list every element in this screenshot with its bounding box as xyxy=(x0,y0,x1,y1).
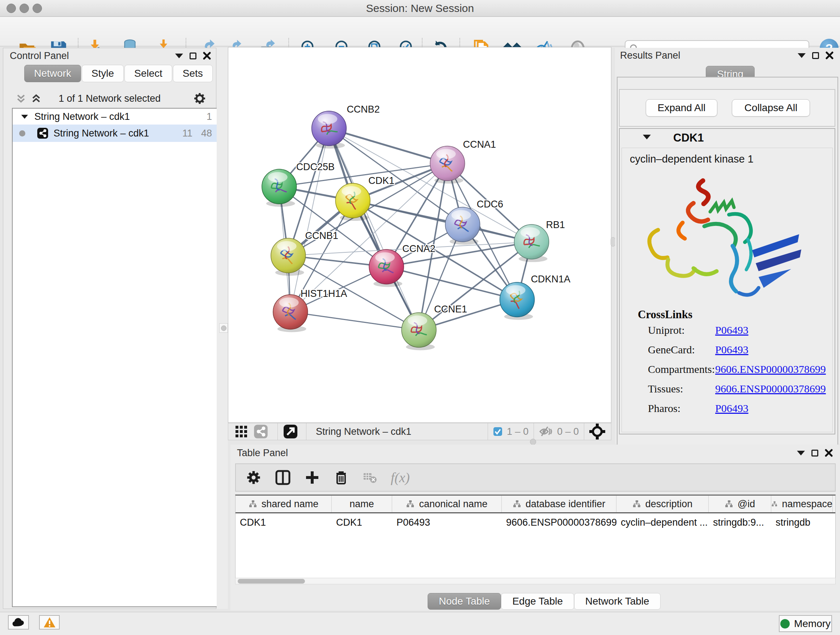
column-mapping-icon xyxy=(632,500,641,508)
crosslink-link[interactable]: 9606.ENSP00000378699 xyxy=(715,363,826,375)
edge-HIST1H1A-CCNE1[interactable] xyxy=(291,312,419,330)
panel-close-icon[interactable] xyxy=(825,449,833,457)
left-splitter-handle[interactable] xyxy=(219,323,228,333)
cell--id[interactable]: stringdb:9... xyxy=(709,515,771,530)
network-options-gear-icon[interactable] xyxy=(193,92,207,105)
tab-sets[interactable]: Sets xyxy=(173,65,213,82)
node-CDC6[interactable] xyxy=(445,207,480,245)
cloud-button[interactable] xyxy=(8,615,29,630)
selected-checkbox-icon[interactable] xyxy=(493,427,502,436)
scrollbar-thumb[interactable] xyxy=(238,579,305,584)
birdseye-toggle-icon[interactable] xyxy=(589,424,605,440)
node-CDC25B[interactable] xyxy=(262,169,297,207)
tab-edge-table[interactable]: Edge Table xyxy=(501,593,574,610)
node-label-HIST1H1A: HIST1H1A xyxy=(301,288,347,299)
crosslink-link[interactable]: P06493 xyxy=(715,402,748,415)
memory-button[interactable]: Memory xyxy=(779,615,832,632)
table-tabs: Node Table Edge Table Network Table xyxy=(428,593,660,610)
crosslink-label: Tissues: xyxy=(648,383,683,395)
table-horizontal-scrollbar[interactable] xyxy=(235,578,836,584)
node-CCNB1[interactable] xyxy=(271,238,306,276)
tab-select[interactable]: Select xyxy=(125,65,172,82)
crosslink-label: Uniprot: xyxy=(648,324,685,336)
panel-collapse-icon[interactable] xyxy=(175,54,183,58)
column-mapping-icon xyxy=(406,500,415,508)
network-selection-status: 1 of 1 Network selected xyxy=(3,93,216,104)
string-network-icon xyxy=(37,127,49,139)
crosslink-row: Pharos:P06493 xyxy=(622,402,832,419)
column-mapping-icon xyxy=(513,500,521,508)
node-CDKN1A[interactable] xyxy=(500,282,535,320)
edge-count: 48 xyxy=(201,128,212,139)
add-column-icon[interactable] xyxy=(305,470,320,485)
panel-close-icon[interactable] xyxy=(203,52,211,60)
left-splitter[interactable] xyxy=(217,48,228,609)
expand-all-button[interactable]: Expand All xyxy=(646,99,717,117)
warning-button[interactable] xyxy=(39,615,60,630)
network-row[interactable]: String Network – cdk1 11 48 xyxy=(13,125,218,142)
network-view-title: String Network – cdk1 xyxy=(316,426,411,437)
horizontal-splitter-handle[interactable] xyxy=(530,439,536,445)
tab-node-table[interactable]: Node Table xyxy=(428,593,501,610)
entry-collapse-icon[interactable] xyxy=(643,135,651,139)
tab-style[interactable]: Style xyxy=(82,65,124,82)
column-header-database-identifier[interactable]: database identifier xyxy=(502,496,616,512)
cell-shared-name[interactable]: CDK1 xyxy=(235,515,332,530)
network-canvas[interactable]: CCNB2CCNA1CDC25BCDK1CDC6RB1CCNB1CCNA2CDK… xyxy=(228,47,611,423)
crosslink-link[interactable]: P06493 xyxy=(715,344,748,356)
cell-canonical-name[interactable]: P06493 xyxy=(392,515,502,530)
open-in-window-icon[interactable] xyxy=(283,424,298,439)
tree-expand-icon[interactable] xyxy=(21,114,28,119)
column-header--id[interactable]: @id xyxy=(709,496,771,512)
crosslink-label: GeneCard: xyxy=(648,344,695,356)
title-bar: Session: New Session xyxy=(0,0,840,17)
entry-description: cyclin–dependent kinase 1 xyxy=(630,153,753,165)
panel-float-icon[interactable] xyxy=(812,450,818,456)
table-row[interactable]: CDK1CDK1P064939606.ENSP00000378699cyclin… xyxy=(235,515,835,530)
panel-float-icon[interactable] xyxy=(812,52,819,59)
node-HIST1H1A[interactable] xyxy=(273,295,308,333)
node-label-CDC6: CDC6 xyxy=(477,199,503,210)
edge-CCNB2-CCNA1[interactable] xyxy=(329,128,447,164)
column-header-shared-name[interactable]: shared name xyxy=(235,496,332,512)
collapse-all-button[interactable]: Collapse All xyxy=(732,99,810,117)
edge-CCNB2-CCNE1[interactable] xyxy=(329,128,419,330)
cell-namespace[interactable]: stringdb xyxy=(771,515,833,530)
delete-column-icon[interactable] xyxy=(333,470,349,485)
column-mapping-icon xyxy=(725,500,733,508)
panel-close-icon[interactable] xyxy=(826,51,834,59)
show-columns-icon[interactable] xyxy=(275,470,291,486)
table-options-gear-icon[interactable] xyxy=(246,470,261,485)
column-header-name[interactable]: name xyxy=(332,496,392,512)
node-CCNA2[interactable] xyxy=(369,249,404,287)
network-view-toolbar: String Network – cdk1 1 – 0 0 – 0 xyxy=(228,423,611,440)
cell-description[interactable]: cyclin–dependent ... xyxy=(616,515,709,530)
column-header-namespace[interactable]: namespace xyxy=(771,496,833,512)
crosslink-label: Compartments: xyxy=(648,363,715,375)
tab-network[interactable]: Network xyxy=(24,65,81,82)
view-share-icon[interactable] xyxy=(254,424,268,439)
node-CCNA1[interactable] xyxy=(430,146,465,184)
column-header-description[interactable]: description xyxy=(616,496,709,512)
node-RB1[interactable] xyxy=(514,225,549,262)
node-label-CCNB1: CCNB1 xyxy=(305,230,338,241)
view-grid-icon[interactable] xyxy=(234,424,248,439)
node-label-RB1: RB1 xyxy=(546,219,565,230)
window-title: Session: New Session xyxy=(0,0,840,17)
node-label-CCNA1: CCNA1 xyxy=(463,139,496,150)
crosslink-link[interactable]: P06493 xyxy=(715,324,748,336)
cell-name[interactable]: CDK1 xyxy=(332,515,392,530)
crosslink-link[interactable]: 9606.ENSP00000378699 xyxy=(715,383,826,395)
node-table[interactable]: shared namenamecanonical namedatabase id… xyxy=(235,494,836,578)
status-bar: Memory xyxy=(0,612,840,635)
cloud-icon xyxy=(11,618,25,627)
panel-collapse-icon[interactable] xyxy=(798,53,806,58)
cell-database-identifier[interactable]: 9606.ENSP00000378699 xyxy=(502,515,616,530)
column-header-canonical-name[interactable]: canonical name xyxy=(392,496,502,512)
panel-float-icon[interactable] xyxy=(189,52,196,59)
tab-network-table[interactable]: Network Table xyxy=(574,593,660,610)
selected-count: 1 – 0 xyxy=(507,426,529,437)
node-CCNE1[interactable] xyxy=(401,313,436,350)
network-collection-row[interactable]: String Network – cdk1 1 xyxy=(13,109,218,125)
panel-collapse-icon[interactable] xyxy=(797,451,805,455)
